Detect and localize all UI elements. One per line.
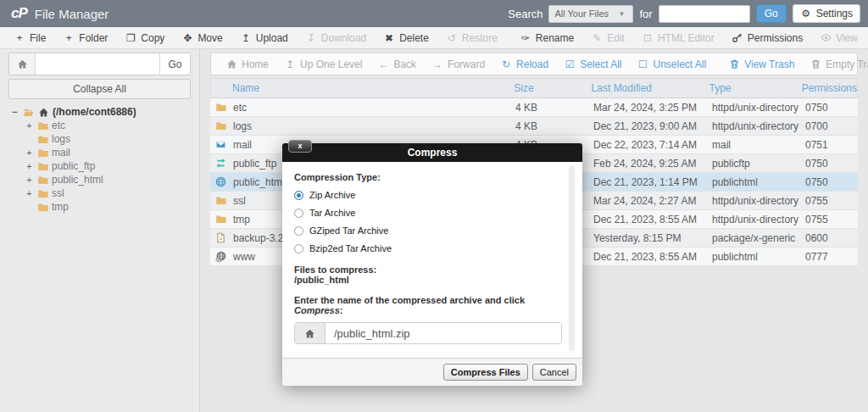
tree-collapse-toggle[interactable]: −	[11, 107, 19, 117]
toolbar-item-move[interactable]: ✥Move	[173, 27, 231, 49]
dialog-scrollbar[interactable]	[569, 165, 575, 351]
dialog-close-button[interactable]: x	[288, 140, 312, 153]
tree-item-logs[interactable]: logs	[11, 132, 196, 146]
toolbar-item-label: Permissions	[748, 32, 803, 44]
file-permissions: 0777	[805, 251, 858, 263]
archive-name-group	[294, 322, 562, 344]
tree-item-mail[interactable]: +mail	[11, 146, 196, 159]
eye-icon	[820, 32, 832, 44]
compression-type-label: Compression Type:	[294, 172, 562, 182]
toolbar-item-label: View	[836, 32, 858, 44]
cancel-button[interactable]: Cancel	[532, 364, 576, 381]
table-row[interactable]: etc4 KBMar 24, 2024, 3:25 PMhttpd/unix-d…	[210, 98, 858, 117]
page-title: File Manager	[35, 7, 109, 21]
folder-icon	[214, 214, 226, 225]
folder-icon	[36, 147, 48, 159]
html-editor-icon: ⊡	[642, 32, 654, 44]
folder-icon	[36, 120, 48, 131]
column-header-type[interactable]: Type	[709, 82, 802, 94]
toolbar-item-label: Restore	[462, 32, 498, 44]
nav-item-reload[interactable]: ↻Reload	[492, 58, 556, 70]
compress-files-button[interactable]: Compress Files	[443, 364, 528, 381]
nav-item-empty-trash: Empty Trash	[802, 58, 868, 70]
column-header-size[interactable]: Size	[514, 82, 591, 94]
tree-item-etc[interactable]: +etc	[11, 119, 196, 132]
tree-item-ssl[interactable]: +ssl	[11, 187, 196, 200]
compress-dialog-body: Compression Type: Zip ArchiveTar Archive…	[282, 162, 582, 358]
toolbar-item-label: Folder	[79, 32, 108, 44]
sidebar-path-box: Go	[8, 53, 191, 75]
nav-item-unselect-all[interactable]: ☐Unselect All	[630, 58, 715, 70]
for-label: for	[639, 8, 652, 20]
nav-item-view-trash[interactable]: View Trash	[721, 58, 802, 70]
tree-item-tmp[interactable]: tmp	[11, 200, 196, 214]
move-icon: ✥	[181, 32, 193, 44]
column-header-permissions[interactable]: Permissions	[802, 82, 857, 94]
tree-expand-toggle[interactable]: +	[25, 188, 33, 198]
tree-item-label: logs	[52, 133, 70, 145]
search-go-button[interactable]: Go	[756, 4, 787, 23]
file-modified: Yesterday, 8:15 PM	[593, 232, 712, 244]
tree-item-public-html[interactable]: +public_html	[11, 173, 196, 187]
toolbar-item-upload[interactable]: ↥Upload	[231, 27, 297, 49]
dialog-title: Compress	[408, 147, 458, 159]
path-input[interactable]	[36, 53, 159, 75]
search-scope-select[interactable]: All Your Files ▾	[548, 5, 633, 23]
file-type: publicftp	[712, 158, 805, 170]
compression-option-gziped-tar-archive[interactable]: GZiped Tar Archive	[294, 225, 562, 236]
toolbar-item-rename[interactable]: ✑Rename	[511, 27, 582, 49]
navigation-bar: Home↥Up One Level←Back→Forward↻Reload☑Se…	[210, 53, 858, 75]
trash-icon	[728, 58, 740, 70]
directory-tree: −(/home/cont6886)+etclogs+mail+public_ft…	[11, 105, 196, 214]
tree-expand-toggle[interactable]: +	[25, 148, 33, 158]
settings-button[interactable]: ⚙ Settings	[793, 4, 860, 23]
nav-item-select-all[interactable]: ☑Select All	[556, 58, 629, 70]
compression-option-zip-archive[interactable]: Zip Archive	[294, 190, 562, 200]
toolbar-item-folder[interactable]: +Folder	[54, 27, 116, 49]
radio-button[interactable]	[294, 226, 303, 236]
folder-icon	[36, 160, 48, 172]
file-modified: Dec 21, 2023, 8:55 AM	[593, 214, 712, 225]
folder-open-icon	[22, 106, 34, 118]
radio-button[interactable]	[294, 191, 303, 200]
column-header-name[interactable]: Name	[211, 82, 514, 94]
tree-expand-toggle[interactable]: +	[25, 161, 33, 171]
reload-icon: ↻	[500, 58, 512, 70]
folder-icon	[36, 201, 48, 213]
file-modified: Dec 21, 2023, 1:14 PM	[593, 176, 712, 188]
back-icon: ←	[377, 58, 389, 70]
file-modified: Dec 21, 2023, 9:00 AM	[593, 120, 712, 132]
tree-root-label: (/home/cont6886)	[53, 106, 136, 118]
radio-button[interactable]	[294, 244, 303, 253]
archive-name-input[interactable]	[326, 323, 561, 343]
toolbar-item-delete[interactable]: ✖Delete	[375, 27, 437, 49]
radio-button[interactable]	[294, 209, 303, 218]
up-icon: ↥	[284, 58, 296, 70]
table-row[interactable]: logs4 KBDec 21, 2023, 9:00 AMhttpd/unix-…	[210, 117, 858, 136]
tree-expand-toggle[interactable]: +	[25, 175, 33, 185]
toolbar-item-file[interactable]: +File	[5, 27, 54, 49]
compression-option-bzip2ed-tar-archive[interactable]: Bzip2ed Tar Archive	[294, 243, 562, 253]
path-go-button[interactable]: Go	[159, 53, 190, 75]
file-name: www	[233, 251, 255, 263]
nav-item-label: Reload	[516, 58, 548, 70]
compression-option-tar-archive[interactable]: Tar Archive	[294, 208, 562, 218]
toolbar-item-copy[interactable]: ❐Copy	[116, 27, 173, 49]
tree-item-public-ftp[interactable]: +public_ftp	[11, 159, 196, 173]
file-permissions: 0750	[805, 102, 858, 114]
toolbar-item-label: HTML Editor	[658, 32, 715, 44]
search-input[interactable]	[659, 5, 750, 23]
copy-icon: ❐	[125, 32, 136, 44]
gear-icon: ⚙	[800, 8, 812, 19]
toolbar-item-permissions[interactable]: Permissions	[723, 27, 811, 49]
tree-expand-toggle[interactable]: +	[25, 120, 33, 131]
collapse-all-button[interactable]: Collapse All	[8, 79, 191, 99]
nav-item-label: Unselect All	[654, 58, 707, 70]
toolbar-item-label: Edit	[607, 32, 625, 44]
tree-root-home[interactable]: −(/home/cont6886)	[11, 105, 196, 119]
folder-icon	[36, 174, 48, 186]
home-path-addon[interactable]	[9, 53, 36, 75]
instruction-em: Compress	[294, 305, 340, 315]
column-header-last-modified[interactable]: Last Modified	[592, 82, 709, 94]
toolbar: +File+Folder❐Copy✥Move↥Upload↧Download✖D…	[0, 27, 868, 49]
